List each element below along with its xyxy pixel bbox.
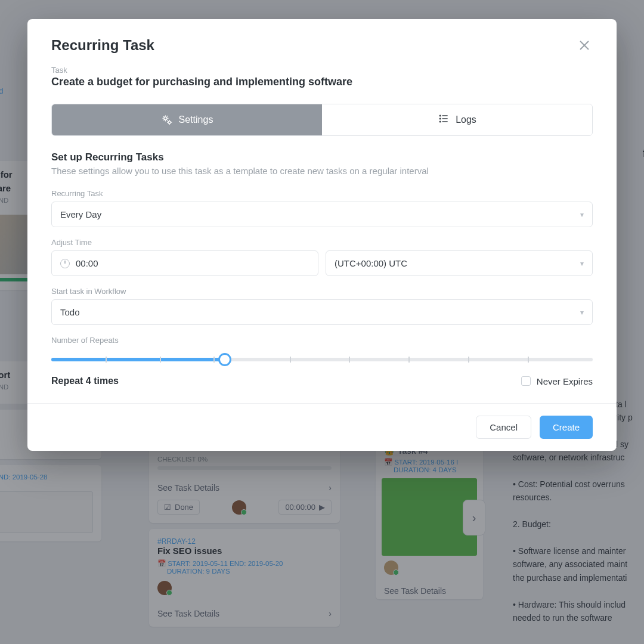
svg-point-2 xyxy=(168,121,171,123)
task-label: Task xyxy=(51,66,593,75)
tab-label: Settings xyxy=(179,114,213,125)
time-value: 00:00 xyxy=(76,258,98,268)
recurring-select[interactable]: Every Day ▾ xyxy=(51,202,593,227)
time-input[interactable]: 00:00 xyxy=(51,250,318,276)
repeat-count-text: Repeat 4 times xyxy=(51,376,119,386)
gear-icon xyxy=(161,114,173,126)
section-title: Set up Recurring Tasks xyxy=(51,151,593,163)
clock-icon xyxy=(60,259,70,268)
workflow-select[interactable]: Todo ▾ xyxy=(51,299,593,325)
create-button[interactable]: Create xyxy=(540,416,593,439)
chevron-down-icon: ▾ xyxy=(580,308,584,317)
repeats-slider[interactable] xyxy=(51,353,593,365)
field-label-recurring: Recurring Task xyxy=(51,189,593,198)
tab-label: Logs xyxy=(456,114,476,125)
tab-settings[interactable]: Settings xyxy=(52,104,322,135)
select-value: Every Day xyxy=(60,209,101,219)
tabs: Settings Logs xyxy=(51,104,593,136)
select-value: (UTC+00:00) UTC xyxy=(335,258,407,268)
never-expires-checkbox[interactable] xyxy=(521,376,531,386)
never-expires-label: Never Expires xyxy=(537,376,593,386)
svg-point-1 xyxy=(164,117,167,120)
svg-point-8 xyxy=(439,121,441,122)
chevron-down-icon: ▾ xyxy=(580,259,584,268)
field-label-workflow: Start task in Workflow xyxy=(51,287,593,296)
cancel-button[interactable]: Cancel xyxy=(476,416,531,439)
modal-title: Recurring Task xyxy=(51,37,154,54)
select-value: Todo xyxy=(60,307,80,317)
field-label-repeats: Number of Repeats xyxy=(51,336,593,345)
svg-point-6 xyxy=(439,115,441,116)
field-label-adjust-time: Adjust Time xyxy=(51,238,593,247)
svg-point-7 xyxy=(439,118,441,119)
timezone-select[interactable]: (UTC+00:00) UTC ▾ xyxy=(326,250,593,276)
slider-thumb[interactable] xyxy=(218,353,231,366)
recurring-task-modal: Recurring Task Task Create a budget for … xyxy=(27,19,617,451)
close-button[interactable] xyxy=(576,37,593,54)
tab-logs[interactable]: Logs xyxy=(322,104,592,135)
task-title: Create a budget for purchasing and imple… xyxy=(51,76,593,88)
section-subtitle: These settings allow you to use this tas… xyxy=(51,166,593,176)
chevron-down-icon: ▾ xyxy=(580,210,584,219)
list-icon xyxy=(438,113,450,127)
